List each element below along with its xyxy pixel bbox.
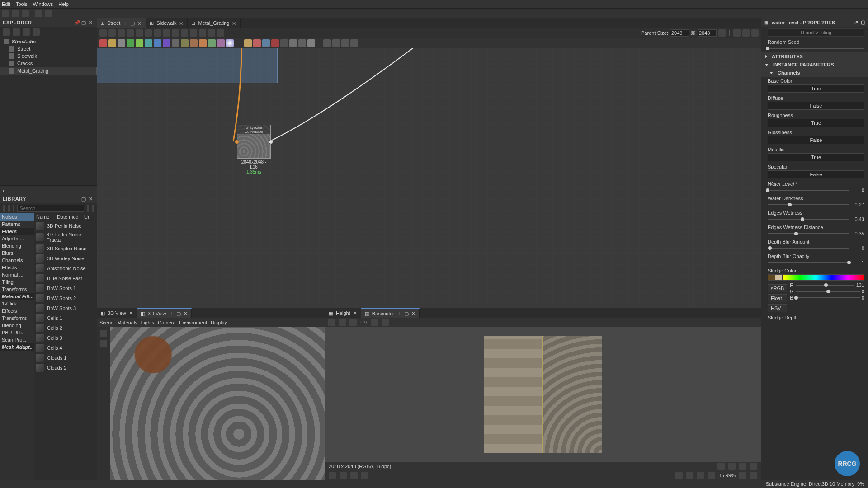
node-type-icon[interactable] — [253, 39, 261, 47]
tool-icon[interactable] — [697, 472, 704, 479]
tree-root[interactable]: Street.sbs — [0, 38, 97, 45]
tool-icon[interactable] — [329, 472, 336, 479]
node-type-icon[interactable] — [172, 39, 179, 47]
float-tab[interactable]: Float — [768, 294, 787, 302]
metallic-value[interactable]: True — [768, 153, 864, 161]
frame-node[interactable] — [97, 48, 278, 83]
maximize-icon[interactable]: ▢ — [176, 311, 181, 317]
tool-icon[interactable] — [208, 29, 215, 37]
lib-cat[interactable]: Effects — [0, 307, 34, 314]
list-item[interactable]: 3D Perlin Noise Fractal — [34, 231, 97, 244]
close-icon[interactable]: ✕ — [232, 21, 236, 25]
list-item[interactable]: 3D Worley Noise — [34, 253, 97, 263]
maximize-icon[interactable]: ▢ — [81, 196, 87, 202]
lib-cat[interactable]: Blending — [0, 322, 34, 329]
menu-tools[interactable]: Tools — [16, 1, 28, 7]
lib-cat[interactable]: Tiling — [0, 278, 34, 286]
attributes-group[interactable]: ATTRIBUTES — [761, 52, 868, 61]
upload-icon[interactable] — [23, 28, 30, 36]
close-icon[interactable]: ✕ — [184, 311, 188, 317]
glossiness-value[interactable]: False — [768, 136, 864, 144]
specular-value[interactable]: False — [768, 170, 864, 178]
menu-windows[interactable]: Windows — [33, 1, 53, 7]
menu-help[interactable]: Help — [58, 1, 69, 7]
node-type-icon[interactable] — [145, 39, 152, 47]
menu-materials[interactable]: Materials — [117, 320, 137, 325]
layers-icon[interactable] — [717, 463, 725, 470]
col-date[interactable]: Date mod — [57, 214, 84, 220]
color-swatch[interactable] — [768, 275, 775, 280]
water-level-slider[interactable]: 0 — [768, 188, 864, 193]
tool-icon[interactable] — [217, 29, 224, 37]
graph-canvas[interactable]: Grayscale Conversion 2048x2048 - L16 1.3… — [97, 48, 761, 308]
close-icon[interactable]: ✕ — [353, 310, 357, 316]
depth-blur-amt-slider[interactable]: 0 — [768, 245, 864, 251]
lib-cat[interactable]: Normal ... — [0, 271, 34, 278]
lib-cat-patterns[interactable]: Patterns — [0, 221, 34, 228]
tool-icon[interactable] — [361, 472, 368, 479]
new-icon[interactable] — [2, 10, 9, 17]
hsv-tab[interactable]: HSV — [768, 304, 787, 312]
tool-icon[interactable] — [340, 472, 347, 479]
tab-height[interactable]: ▦ Height ✕ — [325, 308, 361, 318]
tree-item-street[interactable]: Street — [0, 45, 97, 52]
close-icon[interactable]: ✕ — [411, 311, 415, 317]
pin-icon[interactable]: ↗ — [854, 19, 858, 25]
list-item[interactable]: Clouds 2 — [34, 363, 97, 373]
node-type-icon[interactable] — [154, 39, 161, 47]
node-type-icon[interactable] — [199, 39, 207, 47]
close-icon[interactable]: ✕ — [89, 196, 94, 202]
lib-cat[interactable]: Channels — [0, 257, 34, 264]
list-item[interactable]: Clouds 1 — [34, 353, 97, 363]
lib-cat[interactable]: Transforms — [0, 314, 34, 322]
node-type-icon[interactable] — [99, 39, 107, 47]
color-swatch[interactable] — [775, 275, 783, 280]
node-type-icon[interactable] — [108, 39, 116, 47]
node-type-icon[interactable] — [262, 39, 270, 47]
tool-icon[interactable] — [733, 29, 741, 37]
edges-wetness-slider[interactable]: 0.43 — [768, 216, 864, 222]
list-item[interactable]: BnW Spots 3 — [34, 303, 97, 313]
home-icon[interactable] — [3, 205, 5, 212]
instance-params-group[interactable]: INSTANCE PARAMETERS — [761, 61, 868, 69]
menu-environment[interactable]: Environment — [179, 320, 207, 325]
pin-icon[interactable]: ⊥ — [169, 311, 174, 317]
tab-street[interactable]: ⊞ Street ⊥ ▢ ✕ — [97, 18, 146, 28]
parent-width[interactable] — [670, 29, 689, 37]
maximize-icon[interactable]: ▢ — [404, 311, 409, 317]
list-item[interactable]: BnW Spots 1 — [34, 283, 97, 293]
checker-icon[interactable] — [739, 463, 746, 470]
tool-icon[interactable] — [154, 29, 161, 37]
roughness-value[interactable]: True — [768, 119, 864, 127]
grid-icon[interactable] — [728, 463, 736, 470]
tree-item-cracks[interactable]: Cracks — [0, 60, 97, 67]
tree-item-sidewalk[interactable]: Sidewalk — [0, 52, 97, 60]
diffuse-value[interactable]: False — [768, 102, 864, 110]
r-slider[interactable] — [796, 282, 854, 288]
refresh-icon[interactable] — [3, 28, 10, 36]
close-icon[interactable]: ✕ — [89, 20, 94, 25]
lib-cat[interactable]: PBR Utili... — [0, 329, 34, 336]
fit-icon[interactable] — [145, 29, 152, 37]
sync-icon[interactable] — [33, 28, 40, 36]
b-slider[interactable] — [796, 295, 860, 300]
list-item[interactable]: Cells 4 — [34, 343, 97, 353]
node-type-icon[interactable] — [226, 39, 234, 47]
parent-height[interactable] — [698, 29, 717, 37]
redo-icon[interactable] — [45, 10, 52, 17]
uv-label[interactable]: UV — [360, 320, 367, 325]
menu-display[interactable]: Display — [211, 320, 227, 325]
node-grayscale-conversion[interactable]: Grayscale Conversion 2048x2048 - L16 1.3… — [237, 125, 271, 174]
pin-icon[interactable]: 📌 — [74, 20, 80, 25]
maximize-icon[interactable]: ▢ — [861, 19, 865, 25]
open-icon[interactable] — [12, 10, 19, 17]
tool-icon[interactable] — [686, 472, 693, 479]
link-icon[interactable]: ⛓ — [691, 30, 696, 36]
tool-icon[interactable] — [751, 29, 759, 37]
node-type-icon[interactable] — [289, 39, 297, 47]
node-type-icon[interactable] — [190, 39, 198, 47]
view2d-viewport[interactable] — [325, 327, 761, 462]
lib-cat[interactable]: Scan Pro... — [0, 336, 34, 343]
list-item[interactable]: Anisotropic Noise — [34, 263, 97, 273]
lib-cat[interactable]: Blending — [0, 242, 34, 249]
